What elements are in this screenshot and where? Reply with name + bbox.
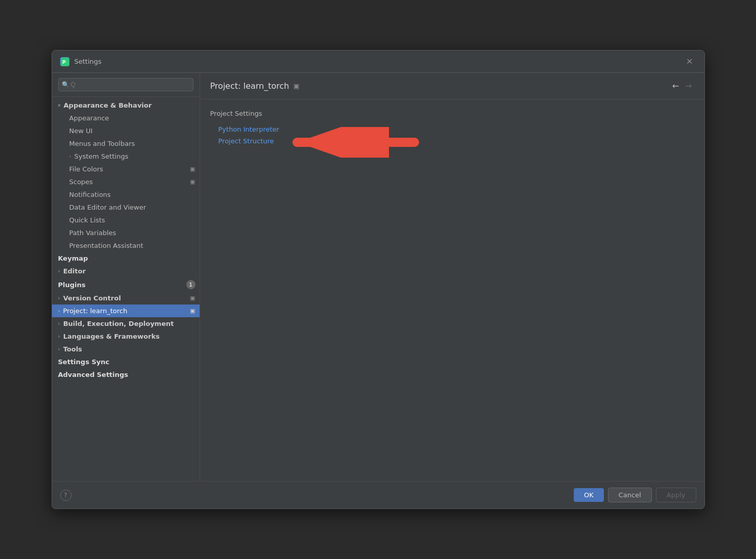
sidebar-item-notifications[interactable]: Notifications <box>52 188 200 201</box>
python-interpreter-link[interactable]: Python Interpreter <box>210 123 694 135</box>
sidebar-item-build-execution[interactable]: › Build, Execution, Deployment <box>52 317 200 330</box>
bottom-bar: ? OK Cancel Apply <box>52 481 704 509</box>
chevron-right-icon-tools: › <box>58 346 60 352</box>
chevron-right-icon-vc: › <box>58 295 60 301</box>
sidebar-item-scopes[interactable]: Scopes ▣ <box>52 175 200 188</box>
sidebar-item-system-settings[interactable]: › System Settings <box>52 150 200 163</box>
cancel-button[interactable]: Cancel <box>608 488 652 502</box>
plugins-badge: 1 <box>186 280 196 289</box>
sidebar-item-settings-sync[interactable]: Settings Sync <box>52 355 200 368</box>
sidebar-item-plugins[interactable]: Plugins 1 <box>52 277 200 292</box>
svg-text:P: P <box>62 60 66 65</box>
version-control-icon: ▣ <box>190 295 195 301</box>
content-header: Project: learn_torch ▣ ← → <box>200 73 704 99</box>
help-button[interactable]: ? <box>60 490 71 501</box>
search-input[interactable] <box>58 78 193 91</box>
sidebar: 🔍 ▾ Appearance & Behavior Appearance New… <box>52 73 200 481</box>
content-area: Project: learn_torch ▣ ← → Project Setti… <box>200 73 704 481</box>
content-title: Project: learn_torch <box>210 81 289 91</box>
sidebar-item-presentation-assistant[interactable]: Presentation Assistant <box>52 239 200 252</box>
sidebar-item-quick-lists[interactable]: Quick Lists <box>52 214 200 226</box>
sidebar-item-path-variables[interactable]: Path Variables <box>52 226 200 239</box>
sidebar-item-label: Appearance & Behavior <box>64 101 152 109</box>
sidebar-item-editor[interactable]: › Editor <box>52 265 200 277</box>
chevron-right-icon: › <box>69 154 71 159</box>
sidebar-item-appearance-behavior[interactable]: ▾ Appearance & Behavior <box>52 99 200 112</box>
content-title-icon: ▣ <box>293 82 299 90</box>
apply-button[interactable]: Apply <box>656 488 696 502</box>
search-box: 🔍 <box>52 73 200 97</box>
main-content: 🔍 ▾ Appearance & Behavior Appearance New… <box>52 73 704 481</box>
appearance-behavior-children: Appearance New UI Menus and Toolbars › S… <box>52 112 200 252</box>
scopes-icon: ▣ <box>190 179 195 185</box>
chevron-down-icon: ▾ <box>58 103 61 108</box>
sidebar-item-appearance[interactable]: Appearance <box>52 112 200 124</box>
sidebar-item-project-learn-torch[interactable]: › Project: learn_torch ▣ <box>52 304 200 317</box>
app-icon: P <box>60 57 69 66</box>
project-icon: ▣ <box>190 308 195 314</box>
content-title-row: Project: learn_torch ▣ <box>210 81 300 91</box>
dialog-title: Settings <box>75 58 678 65</box>
sidebar-nav: ▾ Appearance & Behavior Appearance New U… <box>52 97 200 481</box>
sidebar-item-new-ui[interactable]: New UI <box>52 124 200 137</box>
sidebar-item-version-control[interactable]: › Version Control ▣ <box>52 292 200 304</box>
sidebar-item-data-editor[interactable]: Data Editor and Viewer <box>52 201 200 214</box>
sidebar-item-keymap[interactable]: Keymap <box>52 252 200 265</box>
close-button[interactable]: ✕ <box>683 56 696 67</box>
nav-arrows: ← → <box>670 80 694 92</box>
sidebar-item-file-colors[interactable]: File Colors ▣ <box>52 163 200 175</box>
sidebar-item-tools[interactable]: › Tools <box>52 343 200 355</box>
back-arrow[interactable]: ← <box>670 80 681 92</box>
sidebar-item-menus-toolbars[interactable]: Menus and Toolbars <box>52 137 200 150</box>
forward-arrow[interactable]: → <box>683 80 694 92</box>
chevron-right-icon-project: › <box>58 308 60 314</box>
section-label: Project Settings <box>210 110 694 117</box>
settings-dialog: P Settings ✕ 🔍 ▾ Appearance & Behavior <box>52 50 705 509</box>
content-body: Project Settings Python Interpreter Proj… <box>200 99 704 481</box>
sidebar-item-languages-frameworks[interactable]: › Languages & Frameworks <box>52 330 200 343</box>
project-structure-link[interactable]: Project Structure <box>210 135 694 147</box>
chevron-right-icon-build: › <box>58 321 60 326</box>
search-icon: 🔍 <box>62 81 69 88</box>
chevron-right-icon-editor: › <box>58 268 60 274</box>
title-bar: P Settings ✕ <box>52 50 704 73</box>
chevron-right-icon-lang: › <box>58 334 60 339</box>
ok-button[interactable]: OK <box>574 488 604 502</box>
sidebar-item-advanced-settings[interactable]: Advanced Settings <box>52 368 200 381</box>
file-colors-icon: ▣ <box>190 166 195 172</box>
